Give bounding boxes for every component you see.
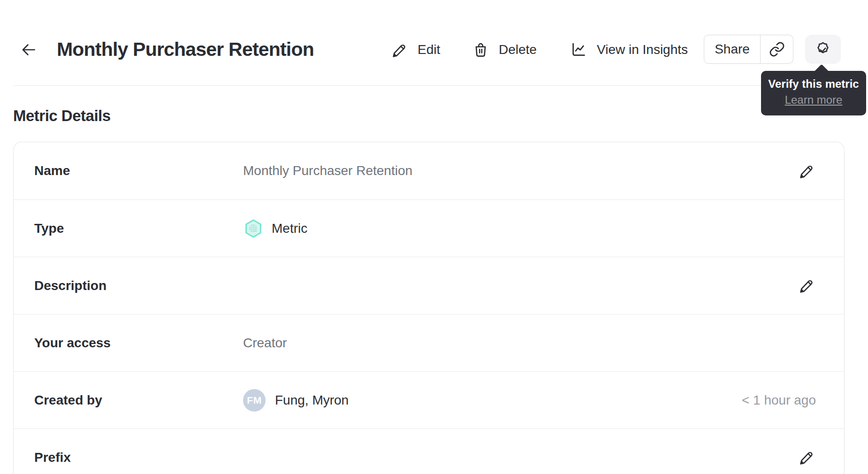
verified-badge-icon bbox=[814, 40, 832, 59]
detail-row-name: Name Monthly Purchaser Retention bbox=[14, 142, 844, 199]
arrow-left-icon bbox=[20, 41, 38, 59]
prefix-label: Prefix bbox=[34, 450, 243, 465]
verify-tooltip: Verify this metric Learn more bbox=[761, 71, 866, 115]
created-by-label: Created by bbox=[34, 393, 243, 408]
view-in-insights-label: View in Insights bbox=[597, 42, 688, 57]
edit-description-button[interactable] bbox=[797, 276, 816, 295]
type-value: Metric bbox=[272, 221, 307, 236]
your-access-value: Creator bbox=[243, 336, 287, 351]
metric-hexagon-icon bbox=[243, 218, 264, 239]
detail-row-type: Type Metric bbox=[14, 199, 844, 257]
detail-row-prefix: Prefix bbox=[14, 428, 844, 474]
view-in-insights-button[interactable]: View in Insights bbox=[570, 39, 688, 60]
header-divider bbox=[13, 85, 855, 86]
pencil-icon bbox=[798, 449, 815, 466]
share-button[interactable]: Share bbox=[704, 35, 761, 64]
pencil-icon bbox=[391, 41, 408, 59]
avatar: FM bbox=[243, 389, 266, 412]
edit-name-button[interactable] bbox=[797, 161, 816, 180]
tooltip-title: Verify this metric bbox=[761, 77, 866, 91]
link-icon bbox=[769, 41, 785, 57]
verify-metric-button[interactable] bbox=[805, 35, 841, 64]
metric-details-page: Monthly Purchaser Retention Edit Delete bbox=[0, 0, 868, 474]
edit-button[interactable]: Edit bbox=[391, 39, 440, 60]
metric-details-card: Name Monthly Purchaser Retention Type bbox=[13, 142, 845, 474]
edit-label: Edit bbox=[418, 42, 440, 57]
type-label: Type bbox=[34, 221, 243, 236]
delete-button[interactable]: Delete bbox=[472, 39, 537, 60]
share-button-group: Share bbox=[704, 35, 793, 64]
your-access-label: Your access bbox=[34, 336, 243, 351]
trash-icon bbox=[472, 41, 489, 59]
detail-row-your-access: Your access Creator bbox=[14, 314, 844, 371]
pencil-icon bbox=[798, 162, 815, 180]
delete-label: Delete bbox=[499, 42, 537, 57]
edit-prefix-button[interactable] bbox=[797, 448, 816, 467]
detail-row-description: Description bbox=[14, 257, 844, 314]
section-heading: Metric Details bbox=[13, 107, 111, 125]
back-button[interactable] bbox=[19, 40, 38, 59]
name-value: Monthly Purchaser Retention bbox=[243, 163, 412, 178]
pencil-icon bbox=[798, 277, 815, 294]
tooltip-learn-more-link[interactable]: Learn more bbox=[785, 93, 843, 107]
copy-link-button[interactable] bbox=[761, 35, 793, 64]
description-label: Description bbox=[34, 278, 243, 293]
created-timestamp: < 1 hour ago bbox=[742, 393, 816, 408]
created-by-value: Fung, Myron bbox=[275, 393, 349, 408]
page-title: Monthly Purchaser Retention bbox=[57, 38, 314, 61]
detail-row-created-by: Created by FM Fung, Myron < 1 hour ago bbox=[14, 371, 844, 428]
name-label: Name bbox=[34, 163, 243, 178]
line-chart-icon bbox=[570, 41, 587, 59]
